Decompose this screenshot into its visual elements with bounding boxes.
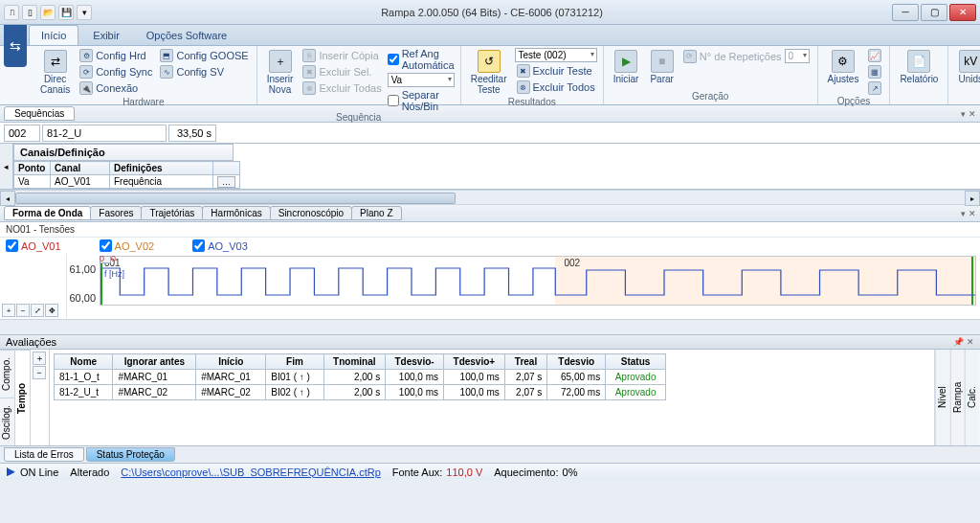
y-lo: 60,00 [69, 292, 96, 304]
conexao-button[interactable]: 🔌Conexão [78, 80, 154, 96]
avaliacoes-body: Compo. Oscilog. Tempo ＋ − NomeIgnorar an… [0, 350, 980, 445]
inserir-copia-button[interactable]: ⎘Inserir Cópia [301, 48, 383, 63]
table-row[interactable]: 81-1_O_t#MARC_01#MARC_01BI01 ( ↑ )2,00 s… [55, 370, 666, 385]
quick-access-toolbar: ⎍ ▯ 📂 💾 ▾ [4, 5, 92, 20]
ellipsis-button[interactable]: … [217, 176, 235, 188]
config-sync-button[interactable]: ⟳Config Sync [78, 64, 154, 80]
tab-status-protecao[interactable]: Status Proteção [86, 447, 175, 462]
qat-dropdown-icon[interactable]: ▾ [77, 5, 92, 20]
sidetab-calc[interactable]: Calc. [965, 350, 980, 445]
canais-title: Canais/Definição [13, 144, 234, 161]
inserir-nova-button[interactable]: ＋Inserir Nova [263, 48, 298, 97]
n-rep-spinner[interactable]: 0 [785, 49, 810, 63]
pin-icon[interactable]: ▾ ✕ [961, 209, 976, 218]
qat-new-icon[interactable]: ▯ [22, 5, 37, 20]
sidetab-compo[interactable]: Compo. [0, 350, 14, 398]
group-label: Resultados [467, 97, 597, 108]
opt-3-button[interactable]: ↗ [866, 80, 883, 96]
teste-combo[interactable]: Teste (002) [515, 48, 597, 62]
check-ao-v02[interactable]: AO_V02 [100, 239, 155, 252]
wave-hscroll[interactable] [0, 319, 980, 334]
unids-button[interactable]: kVUnids [954, 48, 980, 86]
close-button[interactable]: ✕ [949, 4, 976, 21]
scroll-right-icon[interactable]: ▸ [965, 191, 980, 206]
wave-tool-2[interactable]: − [16, 304, 30, 317]
tab-exibir[interactable]: Exibir [80, 25, 132, 45]
tab-fasores[interactable]: Fasores [90, 206, 142, 220]
seq-name-field[interactable] [42, 125, 167, 142]
scroll-thumb[interactable] [15, 193, 456, 204]
tab-harmonicas[interactable]: Harmônicas [202, 206, 270, 220]
tab-lista-erros[interactable]: Lista de Erros [4, 447, 84, 462]
wave-plot[interactable]: 61,00 60,00 001 f [Hz] 002 0 0 [67, 254, 980, 319]
tab-sincronoscopio[interactable]: Sincronoscópio [270, 206, 352, 220]
add-row-button[interactable]: ＋ [33, 352, 46, 365]
ref-ang-checkbox[interactable]: Ref Ang Automática [388, 48, 455, 71]
table-row[interactable]: 81-2_U_t#MARC_02#MARC_02BI02 ( ↑ )2,00 s… [55, 385, 666, 400]
qat-save-icon[interactable]: 💾 [58, 5, 74, 20]
parar-button[interactable]: ■Parar [646, 48, 677, 86]
status-online: ⯈ON Line [6, 466, 58, 478]
ajustes-button[interactable]: ⚙Ajustes [824, 48, 863, 86]
check-ao-v01[interactable]: AO_V01 [6, 239, 61, 252]
check-ao-v03[interactable]: AO_V03 [192, 239, 248, 252]
col-header: Fim [266, 354, 323, 370]
direc-canais-button[interactable]: ⇄ Direc Canais [36, 48, 74, 97]
sidetab-oscilog[interactable]: Oscilog. [0, 398, 14, 445]
table-row[interactable]: Va AO_V01 Frequência … [14, 175, 240, 189]
file-tab[interactable]: ⇆ [4, 25, 27, 67]
config-hrd-button[interactable]: ⚙Config Hrd [78, 48, 154, 63]
minimize-button[interactable]: ─ [892, 4, 919, 21]
col-actions [213, 162, 240, 175]
sidetab-tempo[interactable]: Tempo [15, 350, 30, 445]
opt-1-button[interactable]: 📈 [866, 48, 883, 63]
wave-tool-3[interactable]: ⤢ [31, 304, 44, 317]
play-icon: ▶ [614, 50, 637, 73]
sequencias-tab[interactable]: Sequências [4, 106, 75, 121]
maximize-button[interactable]: ▢ [921, 4, 947, 21]
excluir-todos-button[interactable]: ⊗Excluir Todos [515, 80, 597, 95]
wave-tool-4[interactable]: ✥ [45, 304, 58, 317]
pin-icon[interactable]: 📌 ✕ [953, 337, 974, 347]
opt-2-button[interactable]: ▦ [866, 64, 883, 80]
config-goose-button[interactable]: ⬒Config GOOSE [158, 48, 250, 63]
delete-all-icon: ⊗ [302, 81, 316, 95]
status-file-link[interactable]: C:\Users\conprove\...\SUB_SOBREFREQUÊNCI… [121, 466, 380, 478]
tab-forma-onda[interactable]: Forma de Onda [4, 206, 91, 220]
excluir-teste-button[interactable]: ✖Excluir Teste [515, 63, 597, 79]
right-side-tabs: Nível Rampa Calc. [934, 350, 980, 445]
wave-tool-1[interactable]: + [2, 304, 15, 317]
ribbon-tabs: Início Exibir Opções Software [0, 25, 980, 46]
pin-icon[interactable]: ▾ ✕ [961, 109, 976, 119]
tab-plano-z[interactable]: Plano Z [351, 206, 401, 220]
sidetab-rampa[interactable]: Rampa [950, 350, 966, 445]
seq-time-field[interactable] [168, 125, 216, 142]
sidetab-nivel[interactable]: Nível [935, 350, 950, 445]
qat-open-icon[interactable]: 📂 [40, 5, 56, 20]
iniciar-button[interactable]: ▶Iniciar [610, 48, 643, 86]
col-def: Definições [110, 162, 213, 175]
time-ruler[interactable]: 0 0 [100, 254, 980, 265]
relatorio-button[interactable]: 📄Relatório [896, 48, 942, 86]
collapse-button[interactable]: ◂ [0, 144, 13, 189]
scroll-left-icon[interactable]: ◂ [0, 191, 15, 206]
avaliacoes-main: NomeIgnorar antesInícioFimTnominalTdesvi… [50, 350, 934, 445]
tab-trajetorias[interactable]: Trajetórias [141, 206, 203, 220]
channels-icon: ⇄ [44, 50, 67, 73]
horizontal-scrollbar[interactable]: ◂ ▸ [0, 190, 980, 205]
col-canal: Canal [51, 162, 110, 175]
del-row-button[interactable]: − [33, 366, 46, 379]
va-combo[interactable]: Va [388, 73, 455, 87]
tab-opcoes[interactable]: Opções Software [134, 25, 239, 45]
tab-inicio[interactable]: Início [29, 25, 78, 45]
qat-app-icon[interactable]: ⎍ [4, 5, 19, 20]
excluir-todas-button[interactable]: ⊗Excluir Todas [301, 80, 383, 96]
reeditar-teste-button[interactable]: ↺Reeditar Teste [467, 48, 511, 97]
separar-checkbox[interactable]: Separar Nós/Bin [388, 89, 455, 112]
col-header: Início [196, 354, 266, 370]
row-toolbar: ＋ − [31, 350, 50, 445]
seq-code-field[interactable] [4, 125, 40, 142]
config-sv-button[interactable]: ∿Config SV [158, 64, 250, 80]
excluir-sel-button[interactable]: ✖Excluir Sel. [301, 64, 383, 80]
col-header: Status [606, 354, 666, 370]
